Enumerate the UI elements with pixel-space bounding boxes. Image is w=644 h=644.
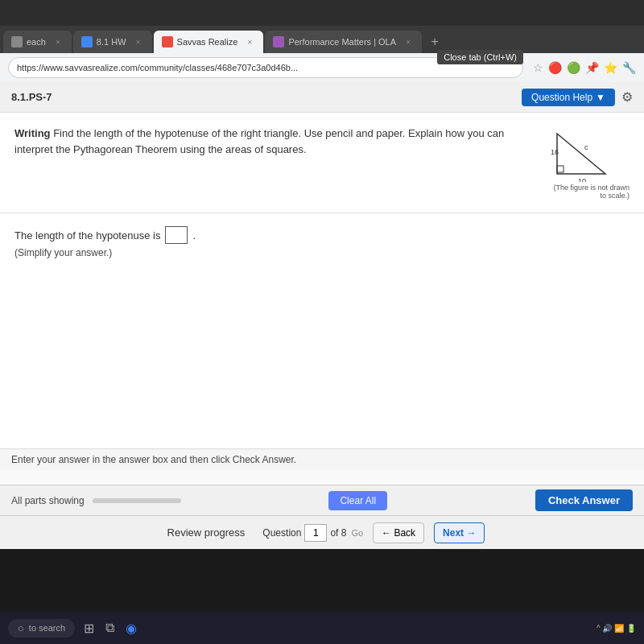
- address-bar: https://www.savvasrealize.com/community/…: [0, 53, 644, 82]
- search-circle-icon: ○: [18, 622, 24, 634]
- tab-savvas-icon: [162, 36, 173, 47]
- question-header: 8.1.PS-7 Question Help ▼ ⚙: [0, 82, 644, 113]
- question-help-button[interactable]: Question Help ▼: [522, 89, 615, 106]
- answer-section: The length of the hypotenuse is . (Simpl…: [0, 213, 644, 271]
- tab-savvas-label: Savvas Realize: [177, 37, 238, 47]
- tab-performance-label: Performance Matters | OLA: [288, 37, 396, 47]
- settings-icon[interactable]: ⚙: [621, 89, 633, 105]
- svg-text:c: c: [584, 143, 588, 151]
- tab-performance-close[interactable]: ×: [402, 36, 414, 47]
- clear-all-button[interactable]: Clear All: [328, 491, 387, 510]
- parts-showing-label: All parts showing: [11, 495, 85, 506]
- tab-performance-icon: [273, 36, 284, 47]
- task-view-icon[interactable]: ⧉: [105, 621, 114, 635]
- browser-content: 8.1.PS-7 Question Help ▼ ⚙ Writing Find …: [0, 82, 644, 549]
- tab-each-icon: [11, 36, 23, 47]
- triangle-svg: 16 10 c: [549, 126, 621, 182]
- question-area: Writing Find the length of the hypotenus…: [0, 113, 644, 213]
- tab-each[interactable]: each ×: [3, 31, 72, 53]
- top-bar: [0, 0, 644, 26]
- instruction-bar: Enter your answer in the answer box and …: [0, 448, 644, 470]
- system-tray: ^ 🔊 📶 🔋: [597, 624, 636, 633]
- next-button[interactable]: Next →: [434, 522, 485, 543]
- check-answer-button[interactable]: Check Answer: [535, 489, 633, 511]
- go-icon: Go: [351, 528, 363, 538]
- windows-taskbar: ○ to search ⊞ ⧉ ◉ ^ 🔊 📶 🔋: [0, 612, 644, 644]
- question-id: 8.1.PS-7: [11, 91, 52, 103]
- header-right: Question Help ▼ ⚙: [522, 89, 633, 106]
- question-nav: Question of 8 Go: [262, 524, 363, 542]
- extension-icon-3[interactable]: 📌: [585, 61, 599, 74]
- url-text: https://www.savvasrealize.com/community/…: [17, 63, 298, 72]
- svg-rect-1: [557, 166, 564, 172]
- question-nav-label: Question: [262, 527, 301, 539]
- tab-hw[interactable]: 8.1 HW ×: [73, 31, 152, 53]
- triangle-figure: 16 10 c (The figure is not drawn to scal…: [549, 126, 630, 200]
- tab-hw-close[interactable]: ×: [133, 36, 144, 47]
- svg-text:16: 16: [551, 148, 559, 156]
- windows-search[interactable]: ○ to search: [8, 619, 75, 638]
- hypotenuse-input[interactable]: [165, 226, 188, 244]
- question-number-input[interactable]: [304, 524, 327, 542]
- bookmark-icon[interactable]: ☆: [533, 61, 543, 74]
- search-label: to search: [29, 623, 65, 633]
- tab-performance[interactable]: Performance Matters | OLA ×: [265, 31, 422, 53]
- figure-caption: (The figure is not drawn to scale.): [549, 184, 630, 200]
- simplify-note: (Simplify your answer.): [14, 247, 630, 258]
- of-label: of 8: [330, 527, 346, 539]
- svg-text:10: 10: [578, 177, 586, 182]
- question-text: Writing Find the length of the hypotenus…: [14, 126, 514, 157]
- bottom-nav: Review progress Question of 8 Go ← Back …: [0, 515, 644, 549]
- tab-hw-icon: [81, 36, 93, 47]
- tabs-bar: each × 8.1 HW × Savvas Realize × Perform…: [0, 26, 644, 53]
- extension-icon-1[interactable]: 🔴: [548, 61, 562, 74]
- tab-each-label: each: [27, 37, 46, 47]
- windows-icon[interactable]: ⊞: [84, 621, 94, 636]
- tab-hw-label: 8.1 HW: [97, 37, 126, 47]
- review-progress-button[interactable]: Review progress: [159, 522, 254, 543]
- answer-suffix: .: [192, 229, 196, 242]
- help-chevron-icon: ▼: [596, 92, 605, 103]
- tray-icons: ^ 🔊 📶 🔋: [597, 624, 636, 633]
- close-tab-tooltip: Close tab (Ctrl+W): [437, 50, 523, 64]
- footer-left: All parts showing: [11, 495, 181, 506]
- tab-savvas-close[interactable]: ×: [244, 36, 255, 47]
- answer-footer: All parts showing Clear All Check Answer: [0, 485, 644, 515]
- extension-icon-2[interactable]: 🟢: [567, 61, 580, 74]
- tab-each-close[interactable]: ×: [52, 36, 64, 47]
- svg-marker-0: [557, 134, 605, 174]
- extension-icon-5[interactable]: 🔧: [622, 61, 636, 74]
- extension-icon-4[interactable]: ⭐: [604, 61, 617, 74]
- edge-browser-icon[interactable]: ◉: [126, 621, 137, 636]
- workspace: [0, 271, 644, 448]
- answer-line: The length of the hypotenuse is .: [14, 226, 630, 244]
- instruction-text: Enter your answer in the answer box and …: [11, 454, 296, 465]
- question-body: Find the length of the hypotenuse of the…: [14, 127, 504, 155]
- answer-prefix: The length of the hypotenuse is: [14, 229, 160, 242]
- writing-label: Writing: [14, 127, 51, 139]
- back-button[interactable]: ← Back: [373, 522, 424, 543]
- question-help-label: Question Help: [531, 92, 592, 103]
- tab-savvas[interactable]: Savvas Realize ×: [154, 31, 264, 53]
- parts-progress-bar: [93, 498, 181, 503]
